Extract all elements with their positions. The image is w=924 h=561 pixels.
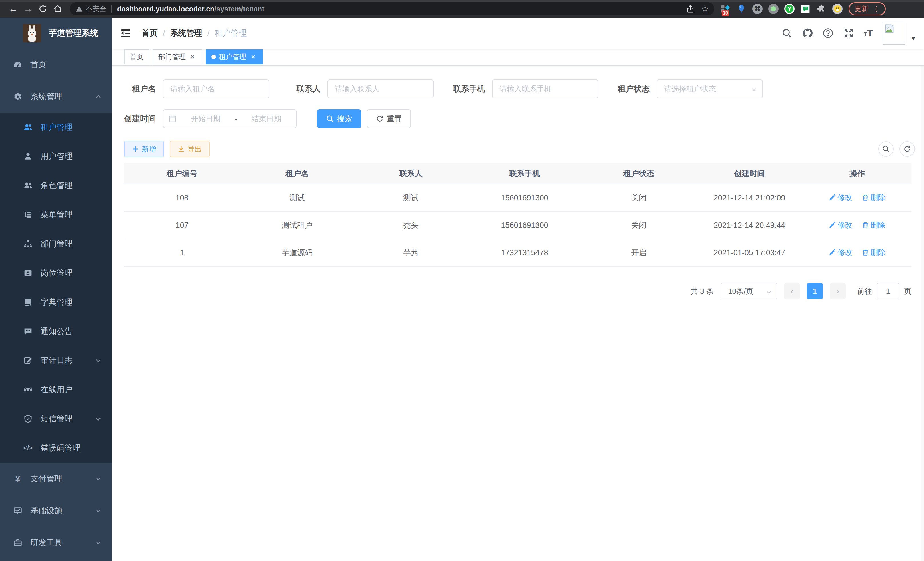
refresh-table-button[interactable] <box>899 141 915 157</box>
browser-back-button[interactable]: ← <box>6 4 21 14</box>
font-size-button[interactable]: TT <box>864 29 873 38</box>
sidebar-item-label: 支付管理 <box>30 473 62 484</box>
page-size-select[interactable]: 10条/页 <box>721 283 777 299</box>
tenant-name-input[interactable]: 请输入租户名 <box>163 80 269 98</box>
col-created: 创建时间 <box>696 163 803 184</box>
extensions-puzzle-button[interactable] <box>816 3 827 14</box>
mobile-input[interactable]: 请输入联系手机 <box>492 80 598 98</box>
browser-forward-button[interactable]: → <box>21 4 35 14</box>
reset-button[interactable]: 重置 <box>367 109 411 128</box>
pagination-total: 共 3 条 <box>691 286 714 296</box>
delete-row-button[interactable]: 删除 <box>862 220 885 230</box>
page-number-current[interactable]: 1 <box>807 283 823 299</box>
contact-input[interactable]: 请输入联系人 <box>327 80 434 98</box>
next-page-button[interactable]: › <box>830 283 846 299</box>
sidebar-item-menu[interactable]: 菜单管理 <box>0 200 112 229</box>
add-button[interactable]: 新增 <box>124 141 164 157</box>
breadcrumb-system[interactable]: 系统管理 <box>170 28 202 39</box>
sidebar-item-tenant[interactable]: 租户管理 <box>0 113 112 142</box>
breadcrumb-home[interactable]: 首页 <box>142 28 158 39</box>
sidebar-item-payment[interactable]: ¥ 支付管理 <box>0 463 112 495</box>
tag-label: 部门管理 <box>158 52 186 62</box>
balloon-extension-icon <box>737 4 746 14</box>
chevron-down-icon <box>95 357 102 364</box>
github-icon <box>802 28 813 39</box>
contact-label: 联系人 <box>289 83 321 94</box>
sidebar-item-audit-log[interactable]: 审计日志 <box>0 346 112 375</box>
sidebar-item-notice[interactable]: 通知公告 <box>0 317 112 346</box>
help-button[interactable] <box>823 28 833 39</box>
header-search-button[interactable] <box>782 28 792 39</box>
edit-row-button[interactable]: 修改 <box>829 248 852 258</box>
cell-tenant-id: 108 <box>124 184 240 212</box>
edit-row-button[interactable]: 修改 <box>829 193 852 203</box>
goto-page-input[interactable]: 1 <box>877 283 899 299</box>
tag-home[interactable]: 首页 <box>124 50 149 64</box>
sidebar-item-system[interactable]: 系统管理 <box>0 81 112 113</box>
avatar-dropdown-caret-icon[interactable]: ▾ <box>912 35 915 45</box>
puzzle-icon <box>817 4 826 14</box>
browser-home-button[interactable] <box>50 4 65 14</box>
date-range-picker[interactable]: 开始日期 - 结束日期 <box>163 109 297 128</box>
extension-record-button[interactable] <box>768 3 779 14</box>
sidebar-item-role[interactable]: 角色管理 <box>0 171 112 200</box>
extension-command-button[interactable]: ⌘ <box>752 3 763 14</box>
extension-y-button[interactable]: Y <box>784 3 795 14</box>
cell-tenant-name: 测试租户 <box>240 212 354 239</box>
share-button[interactable] <box>686 5 694 13</box>
delete-row-button[interactable]: 删除 <box>862 193 885 203</box>
security-status[interactable]: 不安全 <box>75 4 106 14</box>
profile-avatar-button[interactable] <box>832 3 843 14</box>
sidebar-item-label: 错误码管理 <box>40 443 81 453</box>
audit-log-edit-icon <box>23 356 33 365</box>
broken-image-icon <box>884 23 895 34</box>
user-avatar[interactable] <box>883 22 905 45</box>
trash-icon <box>862 249 869 256</box>
prev-page-button[interactable]: ‹ <box>784 283 800 299</box>
command-extension-icon: ⌘ <box>752 4 763 14</box>
sidebar-item-home[interactable]: 首页 <box>0 49 112 81</box>
close-icon[interactable]: × <box>189 53 196 61</box>
cell-actions: 修改 删除 <box>803 184 911 212</box>
address-bar[interactable]: 不安全 dashboard.yudao.iocoder.cn/system/te… <box>70 2 714 15</box>
bookmark-star-button[interactable]: ☆ <box>701 4 709 14</box>
sidebar-item-infra[interactable]: 基础设施 <box>0 495 112 527</box>
page-scrollbar[interactable] <box>921 18 924 561</box>
search-button[interactable]: 搜索 <box>317 109 361 128</box>
cell-status: 开启 <box>582 239 696 266</box>
status-select[interactable]: 请选择租户状态 <box>657 80 763 98</box>
edit-row-button[interactable]: 修改 <box>829 220 852 230</box>
sidebar-item-devtools[interactable]: 研发工具 <box>0 527 112 559</box>
col-mobile: 联系手机 <box>467 163 582 184</box>
sidebar-item-dept[interactable]: 部门管理 <box>0 229 112 259</box>
sidebar-item-post[interactable]: 岗位管理 <box>0 259 112 288</box>
sidebar-item-online-users[interactable]: 在线用户 <box>0 375 112 404</box>
delete-row-button[interactable]: 删除 <box>862 248 885 258</box>
extension-chat-button[interactable] <box>800 3 811 14</box>
mobile-label: 联系手机 <box>453 83 485 94</box>
export-button[interactable]: 导出 <box>170 141 210 157</box>
tag-dept[interactable]: 部门管理 × <box>153 50 202 64</box>
sidebar-item-sms[interactable]: 短信管理 <box>0 404 112 433</box>
tenant-users-icon <box>23 123 33 132</box>
dashboard-icon <box>13 60 22 69</box>
sidebar-item-error-code[interactable]: </> 错误码管理 <box>0 433 112 463</box>
sidebar-item-user[interactable]: 用户管理 <box>0 142 112 171</box>
sidebar-logo[interactable]: 芋道管理系统 <box>0 18 112 49</box>
extension-balloon-button[interactable] <box>736 3 747 14</box>
cell-mobile: 15601691300 <box>467 184 582 212</box>
github-link-button[interactable] <box>802 28 813 39</box>
browser-reload-button[interactable] <box>35 4 50 14</box>
show-search-toggle-button[interactable] <box>878 141 894 157</box>
sidebar-item-dict[interactable]: 字典管理 <box>0 288 112 317</box>
browser-update-menu-button[interactable]: 更新 ⋮ <box>849 2 886 15</box>
fullscreen-button[interactable] <box>843 28 854 39</box>
kebab-menu-icon: ⋮ <box>873 5 880 13</box>
sidebar-toggle-button[interactable] <box>120 27 131 39</box>
table-row: 1 芋道源码 芋艿 17321315478 开启 2021-01-05 17:0… <box>124 239 911 266</box>
tag-tenant-active[interactable]: 租户管理 × <box>206 50 263 64</box>
extension-blocks-button[interactable]: 10 <box>720 3 731 14</box>
close-icon[interactable]: × <box>249 53 257 61</box>
emoji-avatar-icon <box>832 4 843 14</box>
dictionary-book-icon <box>23 298 33 307</box>
